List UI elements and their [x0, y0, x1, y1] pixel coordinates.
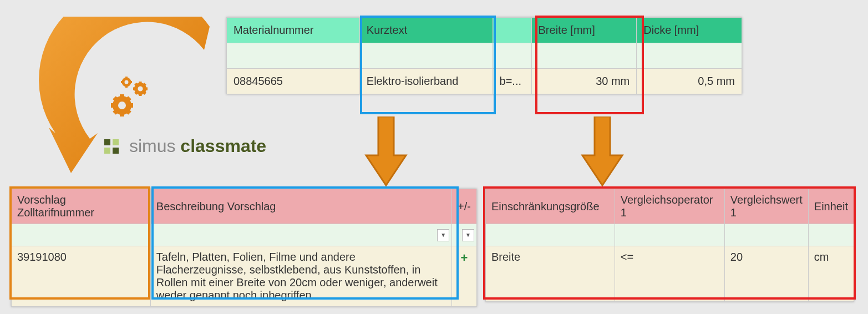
- constraint-table-row[interactable]: Breite <= 20 cm: [486, 246, 854, 302]
- col-wert-header[interactable]: Vergleichswert 1: [724, 189, 808, 224]
- cell-vorschlag[interactable]: 39191080: [12, 246, 151, 307]
- tariff-table-filter-row[interactable]: ▼ ▼: [12, 224, 477, 246]
- svg-point-9: [136, 84, 145, 93]
- arrow-down-to-description: [362, 117, 412, 189]
- cell-kurztext[interactable]: Elektro-isolierband: [359, 69, 493, 94]
- dropdown-button-pm[interactable]: ▼: [462, 229, 474, 241]
- dropdown-button-beschreibung[interactable]: ▼: [437, 229, 449, 241]
- arrow-down-to-constraint: [578, 117, 628, 189]
- cell-wert[interactable]: 20: [724, 246, 808, 302]
- svg-line-17: [135, 84, 137, 85]
- svg-line-5: [127, 110, 130, 113]
- gears-icon: [111, 77, 148, 117]
- cell-operator[interactable]: <=: [615, 246, 724, 302]
- brand-part2: classmate: [180, 136, 266, 156]
- material-table-header-row: Materialnummer Kurztext Breite [mm] Dick…: [227, 18, 742, 43]
- col-vorschlag-header[interactable]: Vorschlag Zolltarifnummer: [12, 189, 151, 224]
- col-plusminus-header[interactable]: +/-: [452, 189, 477, 224]
- col-kurztext-header[interactable]: Kurztext: [359, 18, 493, 43]
- chevron-down-icon: ▼: [465, 232, 471, 238]
- svg-line-6: [114, 110, 117, 113]
- svg-point-0: [115, 99, 129, 112]
- col-breite-header[interactable]: Breite [mm]: [531, 18, 637, 43]
- tariff-table-row[interactable]: 39191080 Tafeln, Platten, Folien, Filme …: [12, 246, 477, 307]
- plus-indicator[interactable]: +: [461, 251, 468, 265]
- col-beschreibung-header[interactable]: Beschreibung Vorschlag: [150, 189, 451, 224]
- tariff-table: Vorschlag Zolltarifnummer Beschreibung V…: [11, 189, 477, 307]
- col-extra-header[interactable]: [493, 18, 531, 43]
- tariff-table-header-row: Vorschlag Zolltarifnummer Beschreibung V…: [12, 189, 477, 224]
- cell-beschreibung[interactable]: Tafeln, Platten, Folien, Filme und ander…: [150, 246, 451, 307]
- constraint-table-filter-row[interactable]: [486, 224, 854, 246]
- svg-line-14: [144, 92, 145, 94]
- svg-line-15: [135, 92, 137, 94]
- cell-groesse[interactable]: Breite: [486, 246, 615, 302]
- constraint-table: Einschränkungsgröße Vergleichsoperator 1…: [485, 189, 854, 302]
- cell-extra[interactable]: b=...: [493, 69, 531, 94]
- cell-materialnummer[interactable]: 08845665: [227, 69, 360, 94]
- col-operator-header[interactable]: Vergleichsoperator 1: [615, 189, 724, 224]
- svg-line-7: [127, 98, 130, 100]
- svg-line-16: [144, 84, 145, 85]
- material-table: Materialnummer Kurztext Breite [mm] Dick…: [226, 17, 742, 94]
- svg-line-8: [114, 98, 117, 100]
- material-table-row[interactable]: 08845665 Elektro-isolierband b=... 30 mm…: [227, 69, 742, 94]
- col-materialnummer-header[interactable]: Materialnummer: [227, 18, 360, 43]
- chevron-down-icon: ▼: [440, 232, 446, 238]
- brand-square-icon: [104, 139, 119, 154]
- svg-point-18: [123, 79, 130, 85]
- process-curve-arrow: [38, 17, 237, 189]
- constraint-table-header-row: Einschränkungsgröße Vergleichsoperator 1…: [486, 189, 854, 224]
- cell-breite[interactable]: 30 mm: [531, 69, 637, 94]
- material-table-filter-row[interactable]: [227, 43, 742, 69]
- brand-logo: simus classmate: [104, 136, 266, 156]
- col-groesse-header[interactable]: Einschränkungsgröße: [486, 189, 615, 224]
- col-einheit-header[interactable]: Einheit: [808, 189, 854, 224]
- cell-dicke[interactable]: 0,5 mm: [637, 69, 742, 94]
- cell-einheit[interactable]: cm: [808, 246, 854, 302]
- col-dicke-header[interactable]: Dicke [mm]: [637, 18, 742, 43]
- brand-part1: simus: [129, 136, 176, 156]
